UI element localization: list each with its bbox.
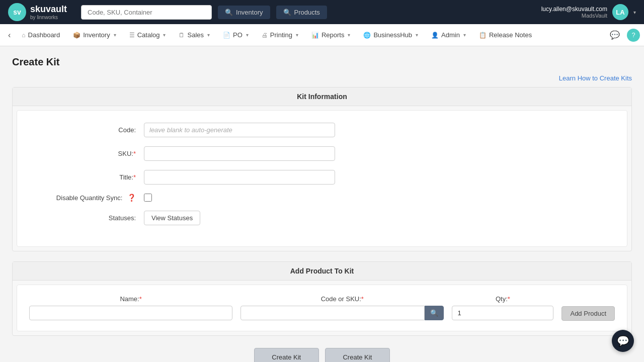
nav-admin[interactable]: 👤 Admin ▾ [425, 28, 472, 42]
user-company: MadsVault [541, 13, 607, 19]
chevron-down-icon: ▾ [163, 32, 166, 38]
chevron-down-icon: ▾ [207, 32, 210, 38]
product-btn-field: Add Product [561, 295, 615, 321]
inventory-icon: 📦 [73, 32, 80, 39]
nav-businesshub[interactable]: 🌐 BusinessHub ▾ [357, 28, 424, 42]
product-name-label: Name:* [29, 295, 232, 303]
help-bubble-button[interactable]: 💬 [612, 330, 634, 352]
logo-icon: sv [8, 3, 26, 21]
nav-po[interactable]: 📄 PO ▾ [217, 28, 255, 42]
businesshub-icon: 🌐 [363, 32, 371, 39]
chevron-down-icon: ▾ [633, 10, 636, 15]
code-search-wrap: 🔍 [240, 306, 444, 320]
brand-name: skuvault [30, 4, 67, 15]
printing-icon: 🖨 [262, 32, 268, 39]
nav-bar: ‹ ⌂ Dashboard 📦 Inventory ▾ ☰ Catalog ▾ … [0, 24, 644, 46]
view-statuses-button[interactable]: View Statuses [144, 211, 200, 225]
back-button[interactable]: ‹ [4, 28, 15, 43]
create-clear-button[interactable]: Create Kitand Clear Data [325, 348, 390, 362]
code-label: Code: [33, 126, 144, 134]
nav-printing[interactable]: 🖨 Printing ▾ [256, 28, 304, 42]
nav-help-icon[interactable]: ? [627, 29, 640, 42]
qty-input[interactable] [452, 306, 553, 320]
user-area[interactable]: lucy.allen@skuvault.com MadsVault LA ▾ [541, 4, 636, 20]
release-notes-icon: 📋 [479, 32, 487, 39]
nav-sales[interactable]: 🗒 Sales ▾ [173, 28, 216, 42]
required-indicator: * [133, 150, 136, 157]
add-product-button[interactable]: Add Product [561, 306, 615, 321]
title-input[interactable] [144, 170, 335, 185]
page-title: Create Kit [12, 56, 632, 68]
product-qty-field: Qty:* [452, 295, 553, 320]
code-search-button[interactable]: 🔍 [425, 306, 444, 320]
admin-icon: 👤 [431, 32, 439, 39]
product-code-label: Code or SKU:* [240, 295, 444, 303]
product-code-field: Code or SKU:* 🔍 [240, 295, 444, 320]
help-bubble-icon: 💬 [617, 335, 629, 347]
search-icon: 🔍 [225, 9, 233, 16]
search-icon: 🔍 [430, 309, 438, 317]
po-icon: 📄 [223, 32, 230, 39]
kit-information-card: Kit Information Code: SKU:* Title:* [12, 87, 632, 251]
nav-reports[interactable]: 📊 Reports ▾ [305, 28, 357, 42]
reports-icon: 📊 [311, 32, 319, 39]
statuses-label: Statuses: [33, 214, 144, 222]
kit-information-body: Code: SKU:* Title:* Disable Quantity Syn… [17, 110, 627, 247]
disable-qty-sync-checkbox[interactable] [144, 194, 152, 202]
title-row: Title:* [33, 170, 611, 185]
product-form-row: Name:* Code or SKU:* 🔍 [29, 295, 615, 321]
inventory-nav-button[interactable]: 🔍 Inventory [218, 6, 270, 19]
nav-catalog[interactable]: ☰ Catalog ▾ [123, 28, 172, 42]
brand-sub: by linnworks [30, 15, 67, 20]
add-product-body: Name:* Code or SKU:* 🔍 [17, 285, 627, 331]
chevron-down-icon: ▾ [114, 32, 116, 38]
help-icon[interactable]: ❓ [127, 194, 136, 202]
disable-qty-sync-label: Disable Quantity Sync: ❓ [33, 194, 144, 202]
chevron-down-icon: ▾ [463, 32, 466, 38]
sales-icon: 🗒 [179, 32, 185, 39]
bottom-actions: Create Kitand Keep Data Create Kitand Cl… [12, 348, 632, 362]
products-nav-button[interactable]: 🔍 Products [276, 6, 327, 19]
code-input[interactable] [144, 123, 335, 137]
nav-inventory[interactable]: 📦 Inventory ▾ [67, 28, 122, 42]
add-product-header: Add Product To Kit [13, 262, 631, 281]
nav-dashboard[interactable]: ⌂ Dashboard [16, 28, 66, 42]
code-row: Code: [33, 123, 611, 137]
catalog-icon: ☰ [129, 32, 135, 39]
create-keep-button[interactable]: Create Kitand Keep Data [254, 348, 319, 362]
product-qty-label: Qty:* [452, 295, 553, 303]
top-bar: sv skuvault by linnworks 🔍 Inventory 🔍 P… [0, 0, 644, 24]
chevron-down-icon: ▾ [348, 32, 350, 38]
chevron-down-icon: ▾ [416, 32, 418, 38]
chevron-down-icon: ▾ [296, 32, 298, 38]
learn-link-area: Learn How to Create Kits [12, 74, 632, 82]
main-content: Create Kit Learn How to Create Kits Kit … [0, 46, 644, 362]
product-name-field: Name:* [29, 295, 232, 320]
learn-link[interactable]: Learn How to Create Kits [559, 74, 632, 82]
add-product-card: Add Product To Kit Name:* Code or SKU:* [12, 261, 632, 336]
search-icon: 🔍 [283, 9, 291, 16]
required-indicator: * [133, 173, 136, 181]
user-email: lucy.allen@skuvault.com [541, 6, 607, 13]
search-input[interactable] [81, 5, 212, 20]
sku-label: SKU:* [33, 150, 144, 157]
nav-chat-icon[interactable]: 💬 [604, 27, 626, 43]
chevron-down-icon: ▾ [246, 32, 249, 38]
nav-release-notes[interactable]: 📋 Release Notes [473, 28, 538, 42]
sku-input[interactable] [144, 146, 335, 161]
title-label: Title:* [33, 173, 144, 181]
home-icon: ⌂ [22, 32, 25, 39]
statuses-row: Statuses: View Statuses [33, 211, 611, 225]
disable-qty-sync-row: Disable Quantity Sync: ❓ [33, 194, 611, 202]
logo-area: sv skuvault by linnworks [8, 3, 67, 21]
kit-information-header: Kit Information [13, 87, 631, 106]
avatar: LA [612, 4, 628, 20]
product-name-input[interactable] [29, 306, 232, 320]
code-sku-input[interactable] [240, 306, 425, 320]
sku-row: SKU:* [33, 146, 611, 161]
